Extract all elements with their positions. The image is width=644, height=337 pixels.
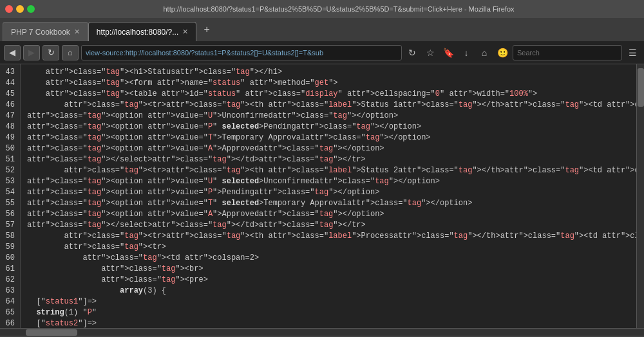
tab-bar: PHP 7 Cookbook ✕ http://localhost:8080/?… (0, 18, 644, 41)
search-input[interactable] (513, 45, 622, 60)
menu-icon[interactable]: ☰ (625, 45, 640, 60)
tab-close-icon[interactable]: ✕ (182, 28, 188, 36)
reload-button[interactable]: ↻ (43, 45, 59, 60)
tab-localhost[interactable]: http://localhost:8080/?... ✕ (88, 22, 196, 41)
vertical-scrollbar[interactable] (636, 64, 644, 328)
window-title: http://localhost:8080/?status1=P&status2… (39, 5, 639, 13)
tab-close-icon[interactable]: ✕ (74, 28, 80, 36)
home-button[interactable]: ⌂ (62, 45, 79, 60)
scrollbar-h-thumb[interactable] (26, 329, 77, 336)
scrollbar-thumb[interactable] (638, 68, 644, 107)
bookmark-star-icon[interactable]: ☆ (422, 45, 438, 60)
titlebar: http://localhost:8080/?status1=P&status2… (0, 0, 644, 18)
url-input[interactable] (81, 45, 402, 60)
download-icon[interactable]: ↓ (459, 45, 474, 60)
minimize-button[interactable] (16, 5, 24, 13)
maximize-button[interactable] (27, 5, 35, 13)
back-button[interactable]: ◀ (4, 45, 21, 60)
reload-icon[interactable]: ↻ (404, 45, 420, 60)
tab-php-cookbook[interactable]: PHP 7 Cookbook ✕ (3, 22, 88, 41)
window-controls[interactable] (5, 5, 35, 13)
content-area: 4344454647484950515253545556575859606162… (0, 64, 644, 328)
home-nav-icon[interactable]: ⌂ (477, 45, 492, 60)
horizontal-scrollbar[interactable] (0, 328, 644, 336)
tab-label: PHP 7 Cookbook (11, 28, 70, 37)
forward-button[interactable]: ▶ (23, 45, 40, 60)
new-tab-button[interactable]: + (199, 22, 214, 37)
navbar: ◀ ▶ ↻ ⌂ ↻ ☆ 🔖 ↓ ⌂ 🙂 ☰ (0, 41, 644, 64)
close-button[interactable] (5, 5, 13, 13)
emoji-icon[interactable]: 🙂 (495, 45, 510, 60)
tab-label: http://localhost:8080/?... (97, 28, 178, 37)
bookmark-icon[interactable]: 🔖 (440, 45, 456, 60)
code-view: attr">class="tag"><h1>Statusattr">class=… (21, 64, 636, 328)
line-numbers: 4344454647484950515253545556575859606162… (0, 64, 21, 328)
